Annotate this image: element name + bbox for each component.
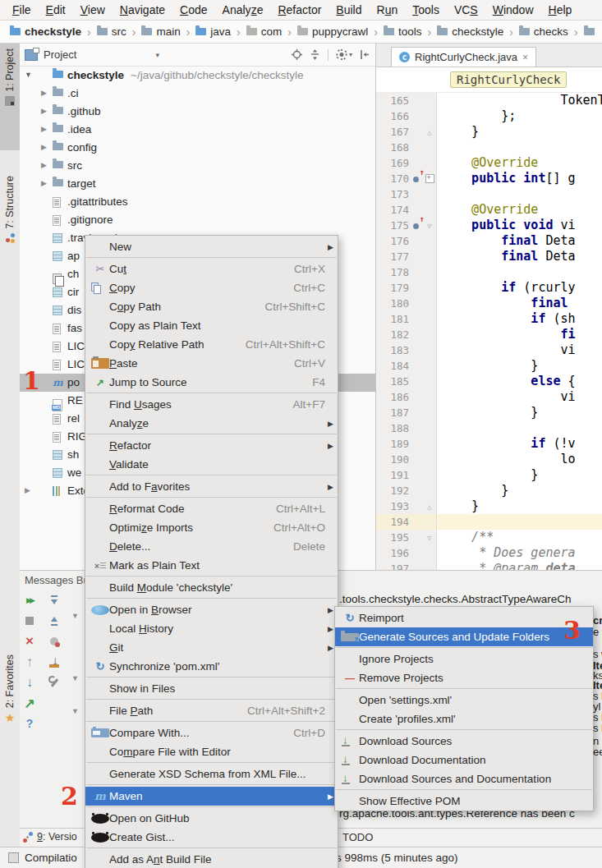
maven-submenu-item-download-sources[interactable]: Download Sources bbox=[335, 732, 593, 751]
tree-item-ci[interactable]: ▶.ci bbox=[20, 85, 375, 103]
override-marker-icon[interactable] bbox=[409, 218, 424, 233]
stop-icon[interactable] bbox=[25, 617, 34, 625]
gutter[interactable]: 190 bbox=[376, 452, 437, 467]
context-menu-item-local-history[interactable]: Local History bbox=[85, 619, 338, 638]
menubar-item-code[interactable]: Code bbox=[172, 3, 214, 16]
rerun-icon[interactable] bbox=[23, 594, 36, 607]
context-menu-item-jump-to-source[interactable]: Jump to SourceF4 bbox=[85, 373, 338, 392]
fold-down-icon[interactable] bbox=[424, 529, 435, 546]
maven-submenu-item-reimport[interactable]: Reimport bbox=[335, 609, 593, 627]
context-menu-item-file-path[interactable]: File PathCtrl+Alt+Shift+2 bbox=[85, 701, 338, 720]
context-menu-item-validate[interactable]: Validate bbox=[85, 455, 338, 474]
context-menu-item-reformat-code[interactable]: Reformat CodeCtrl+Alt+L bbox=[85, 499, 338, 518]
tree-item-checkstyle[interactable]: ▼checkstyle~/java/github/checkstyle/chec… bbox=[20, 67, 375, 85]
menubar-item-edit[interactable]: Edit bbox=[39, 3, 73, 16]
tree-item-gitattributes[interactable]: .gitattributes bbox=[20, 193, 375, 211]
menubar-item-help[interactable]: Help bbox=[541, 3, 580, 16]
context-menu-item-copy-as-plain-text[interactable]: Copy as Plain Text bbox=[85, 316, 338, 335]
tool-tab-structure[interactable]: 7: Structure bbox=[0, 171, 20, 287]
gutter[interactable]: 167 bbox=[376, 124, 437, 140]
context-menu-item-build-module-checkstyle[interactable]: Build Module 'checkstyle' bbox=[85, 578, 338, 597]
menubar-item-tools[interactable]: Tools bbox=[405, 3, 447, 16]
chevron-collapsed-icon[interactable]: ▶ bbox=[25, 486, 30, 494]
help-icon[interactable] bbox=[23, 717, 36, 730]
context-menu-item-compare-file-with-editor[interactable]: Compare File with Editor bbox=[85, 742, 338, 761]
gutter[interactable]: 166 bbox=[376, 108, 437, 124]
context-menu-item-generate-xsd-schema-from-xml-file[interactable]: Generate XSD Schema from XML File... bbox=[85, 765, 338, 783]
maven-submenu-item-generate-sources-and-update-folders[interactable]: Generate Sources and Update Folders bbox=[335, 627, 593, 646]
gutter[interactable]: 180 bbox=[376, 296, 437, 311]
context-menu-item-add-to-favorites[interactable]: Add to Favorites bbox=[85, 477, 338, 496]
hide-warnings-icon[interactable] bbox=[48, 635, 61, 648]
gutter[interactable]: 191 bbox=[376, 467, 437, 483]
tree-item-github[interactable]: ▶.github bbox=[20, 103, 375, 121]
maven-submenu-item-create-profiles-xml[interactable]: Create 'profiles.xml' bbox=[335, 710, 593, 728]
gutter[interactable]: 175 bbox=[376, 218, 437, 233]
fold-down-icon[interactable] bbox=[424, 217, 435, 234]
gutter[interactable]: 194 bbox=[376, 514, 437, 530]
context-menu-item-copy-path[interactable]: Copy PathCtrl+Shift+C bbox=[85, 297, 338, 316]
context-menu-item-copy[interactable]: CopyCtrl+C bbox=[85, 278, 338, 297]
gutter[interactable]: 182 bbox=[376, 327, 437, 342]
tree-item-idea[interactable]: ▶.idea bbox=[20, 121, 375, 139]
gutter[interactable]: 193 bbox=[376, 498, 437, 514]
gutter[interactable]: 187 bbox=[376, 405, 437, 420]
tool-tab-version-control[interactable]: 9: Versio bbox=[23, 831, 77, 843]
context-menu-item-git[interactable]: Git bbox=[85, 638, 338, 657]
chevron-collapsed-icon[interactable]: ▶ bbox=[41, 143, 47, 151]
menubar-item-view[interactable]: View bbox=[73, 3, 113, 16]
tree-item-src[interactable]: ▶src bbox=[20, 157, 375, 175]
tree-item-config[interactable]: ▶config bbox=[20, 139, 375, 157]
context-menu-item-create-gist[interactable]: Create Gist... bbox=[85, 828, 338, 847]
context-menu-item-paste[interactable]: PasteCtrl+V bbox=[85, 354, 338, 373]
breadcrumb-item-java[interactable]: java bbox=[195, 25, 246, 39]
import-icon[interactable] bbox=[48, 655, 61, 668]
breadcrumb-item-checkstyle[interactable]: checkstyle bbox=[437, 25, 519, 39]
override-marker-icon[interactable] bbox=[409, 171, 424, 186]
gutter[interactable]: 176 bbox=[376, 233, 437, 249]
breadcrumb-item-main[interactable]: main bbox=[141, 25, 195, 39]
fold-up-icon[interactable] bbox=[424, 498, 435, 515]
menubar-item-window[interactable]: Window bbox=[485, 3, 541, 16]
export-icon[interactable] bbox=[23, 696, 36, 710]
chevron-collapsed-icon[interactable]: ▶ bbox=[41, 107, 47, 115]
tool-tab-favorites[interactable]: 2: Favorites ★ bbox=[0, 650, 20, 770]
gutter[interactable]: 181 bbox=[376, 311, 437, 327]
breadcrumb-item-tools[interactable]: tools bbox=[384, 25, 437, 39]
breadcrumb-item-checkstyle[interactable]: checkstyle bbox=[10, 25, 97, 39]
tool-tab-todo[interactable]: TODO bbox=[342, 831, 373, 843]
menubar-item-refactor[interactable]: Refactor bbox=[270, 3, 329, 16]
chevron-collapsed-icon[interactable]: ▶ bbox=[41, 161, 47, 169]
gutter[interactable]: 178 bbox=[376, 264, 437, 280]
context-menu-item-delete[interactable]: Delete...Delete bbox=[85, 537, 338, 556]
chevron-expanded-icon[interactable]: ▼ bbox=[25, 71, 32, 79]
menubar-item-file[interactable]: File bbox=[5, 3, 39, 16]
context-menu-item-open-in-browser[interactable]: Open in Browser bbox=[85, 600, 338, 619]
gutter[interactable]: 173 bbox=[376, 186, 437, 202]
gutter[interactable]: 192 bbox=[376, 483, 437, 498]
editor-panel[interactable]: RightCurlyCheck.java RightCurlyCheck 165… bbox=[376, 44, 602, 570]
maven-submenu-item-ignore-projects[interactable]: Ignore Projects bbox=[335, 650, 593, 668]
fold-up-icon[interactable] bbox=[424, 123, 435, 140]
gutter[interactable]: 177 bbox=[376, 249, 437, 264]
maven-submenu-item-download-sources-and-documentation[interactable]: Download Sources and Documentation bbox=[335, 769, 593, 788]
menubar-item-run[interactable]: Run bbox=[370, 3, 406, 16]
gutter[interactable]: 168 bbox=[376, 140, 437, 155]
gutter[interactable]: 170 bbox=[376, 171, 437, 186]
menubar-item-analyze[interactable]: Analyze bbox=[215, 3, 271, 16]
menubar-item-vcs[interactable]: VCS bbox=[447, 3, 485, 16]
tree-item-target[interactable]: ▶target bbox=[20, 175, 375, 193]
context-menu-item-open-on-github[interactable]: Open on GitHub bbox=[85, 809, 338, 828]
close-icon[interactable] bbox=[522, 53, 528, 62]
tree-expander-icon[interactable]: ▼ bbox=[71, 612, 79, 620]
gutter[interactable]: 196 bbox=[376, 545, 437, 561]
context-menu-item-copy-relative-path[interactable]: Copy Relative PathCtrl+Alt+Shift+C bbox=[85, 335, 338, 354]
menubar-item-build[interactable]: Build bbox=[329, 3, 369, 16]
maven-submenu-item-download-documentation[interactable]: Download Documentation bbox=[335, 751, 593, 769]
context-menu-item-add-as-ant-build-file[interactable]: Add as Ant Build File bbox=[85, 850, 338, 868]
breadcrumb-item-checks[interactable]: checks bbox=[519, 25, 584, 39]
breadcrumb-item-puppycrawl[interactable]: puppycrawl bbox=[297, 25, 384, 39]
gutter[interactable]: 186 bbox=[376, 389, 437, 405]
breadcrumb-item-com[interactable]: com bbox=[246, 25, 297, 39]
context-menu-item-cut[interactable]: CutCtrl+X bbox=[85, 259, 338, 278]
